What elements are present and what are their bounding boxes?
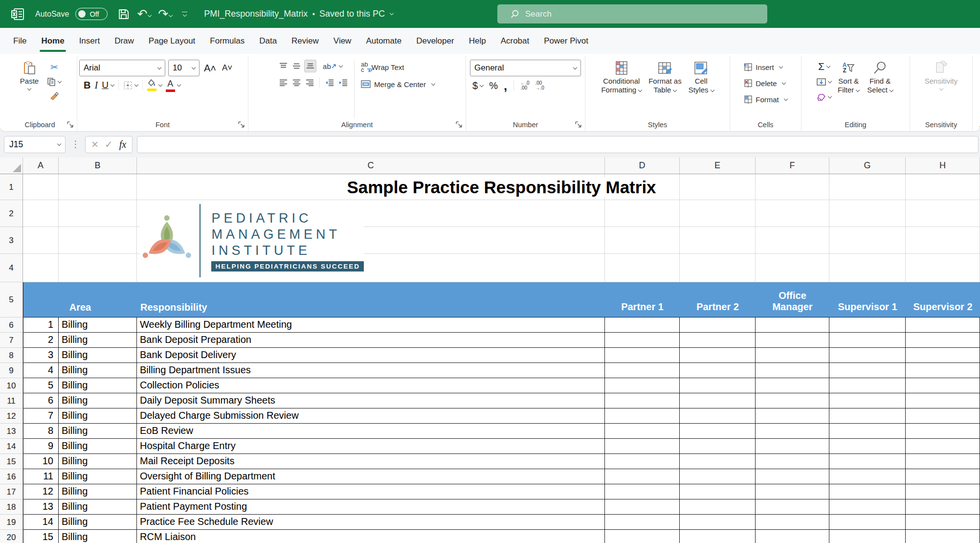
cell-empty[interactable] [906,499,980,515]
cell-area[interactable]: Billing [59,378,137,393]
column-header-G[interactable]: G [829,158,906,174]
autosum-dropdown-icon[interactable] [826,64,830,68]
cell-responsibility[interactable]: Oversight of Billing Department [137,469,605,484]
format-dropdown-icon[interactable] [784,97,788,101]
cell-empty[interactable] [680,363,756,378]
cell-empty[interactable] [605,454,680,469]
cell-responsibility[interactable]: Hospital Charge Entry [137,439,605,454]
cell-number[interactable]: 14 [23,515,59,530]
italic-button[interactable]: I [93,79,99,91]
name-box-dropdown-icon[interactable] [57,142,61,146]
cell-responsibility[interactable]: Weekly Billing Department Meeting [137,317,605,333]
orientation-button[interactable]: ab [321,60,344,72]
cell-area[interactable]: Billing [59,469,137,484]
title-dropdown-icon[interactable] [390,11,394,15]
row-header-19[interactable]: 19 [0,515,23,530]
row-header-13[interactable]: 13 [0,424,23,439]
number-format-combo[interactable]: General [470,60,581,76]
cell-number[interactable]: 3 [23,348,59,363]
fill-button[interactable] [815,75,833,88]
delete-cells-button[interactable]: Delete [742,77,786,90]
cell-empty[interactable] [756,363,829,378]
font-color-dropdown-icon[interactable] [177,83,181,87]
cell-empty[interactable] [756,499,829,515]
cell-empty[interactable] [829,393,906,408]
clipboard-dialog-launcher[interactable] [67,121,74,128]
increase-font-button[interactable]: A˄ [202,62,218,74]
cell-C4[interactable] [137,254,605,282]
cell-empty[interactable] [605,363,680,378]
cell-role-header-4[interactable]: Supervisor 1 [829,282,906,317]
cell-styles-button[interactable]: Cell Styles [686,60,717,95]
tab-home[interactable]: Home [34,28,71,54]
tab-review[interactable]: Review [284,28,326,54]
addins-button[interactable]: Add-ins [978,60,980,95]
cell-number[interactable]: 1 [23,317,59,333]
search-input[interactable] [525,4,767,23]
cell-empty[interactable] [605,317,680,333]
cell-B1[interactable] [59,174,137,200]
cell-empty[interactable] [906,515,980,530]
cell-empty[interactable] [605,393,680,408]
undo-dropdown-icon[interactable] [148,13,152,17]
formula-input[interactable] [137,136,979,153]
cell-D1[interactable] [605,174,680,200]
paste-button[interactable]: Paste [17,60,42,103]
cell-number[interactable]: 5 [23,378,59,393]
row-header-4[interactable]: 4 [0,254,23,282]
row-header-11[interactable]: 11 [0,393,23,408]
insert-function-icon[interactable]: fx [119,139,126,150]
cell-empty[interactable] [906,378,980,393]
cell-empty[interactable] [605,333,680,348]
insert-dropdown-icon[interactable] [779,65,783,68]
format-cells-button[interactable]: Format [742,93,789,106]
cell-empty[interactable] [829,317,906,333]
cell-empty[interactable] [680,393,756,408]
cell-responsibility[interactable]: Bank Deposit Preparation [137,333,605,348]
cell-area[interactable]: Billing [59,363,137,378]
cell-area[interactable]: Billing [59,317,137,333]
cell-empty[interactable] [680,408,756,424]
column-header-B[interactable]: B [59,158,137,174]
cell-responsibility[interactable]: Billing Department Issues [137,363,605,378]
cell-empty[interactable] [829,499,906,515]
cell-empty[interactable] [756,439,829,454]
cell-area[interactable]: Billing [59,408,137,424]
cell-area-header[interactable]: Area [23,282,137,317]
row-header-10[interactable]: 10 [0,378,23,393]
cell-E4[interactable] [680,254,756,282]
cell-empty[interactable] [829,454,906,469]
cell-empty[interactable] [605,348,680,363]
cell-empty[interactable] [756,408,829,424]
row-header-15[interactable]: 15 [0,454,23,469]
cell-empty[interactable] [605,439,680,454]
tab-formulas[interactable]: Formulas [202,28,252,54]
cell-H2[interactable] [906,200,980,227]
tab-page-layout[interactable]: Page Layout [141,28,202,54]
cell-number[interactable]: 11 [23,469,59,484]
cell-F1[interactable] [756,174,829,200]
cell-empty[interactable] [680,515,756,530]
cell-E3[interactable] [680,227,756,254]
cell-area[interactable]: Billing [59,499,137,515]
cell-responsibility-header[interactable]: Responsibility [137,282,605,317]
cell-area[interactable]: Billing [59,424,137,439]
cell-area[interactable]: Billing [59,393,137,408]
cell-empty[interactable] [756,484,829,499]
format-as-table-button[interactable]: Format as Table [646,60,685,95]
cell-A2[interactable] [23,200,59,227]
row-header-18[interactable]: 18 [0,499,23,515]
cell-C3[interactable] [137,227,605,254]
cell-empty[interactable] [906,348,980,363]
cell-area[interactable]: Billing [59,439,137,454]
cell-empty[interactable] [906,484,980,499]
cell-empty[interactable] [605,484,680,499]
cell-G3[interactable] [829,227,906,254]
cell-area[interactable]: Billing [59,454,137,469]
cell-responsibility[interactable]: Practice Fee Schedule Review [137,515,605,530]
row-header-3[interactable]: 3 [0,227,23,254]
cell-empty[interactable] [906,454,980,469]
cell-empty[interactable] [829,333,906,348]
cell-empty[interactable] [605,499,680,515]
cell-empty[interactable] [756,469,829,484]
